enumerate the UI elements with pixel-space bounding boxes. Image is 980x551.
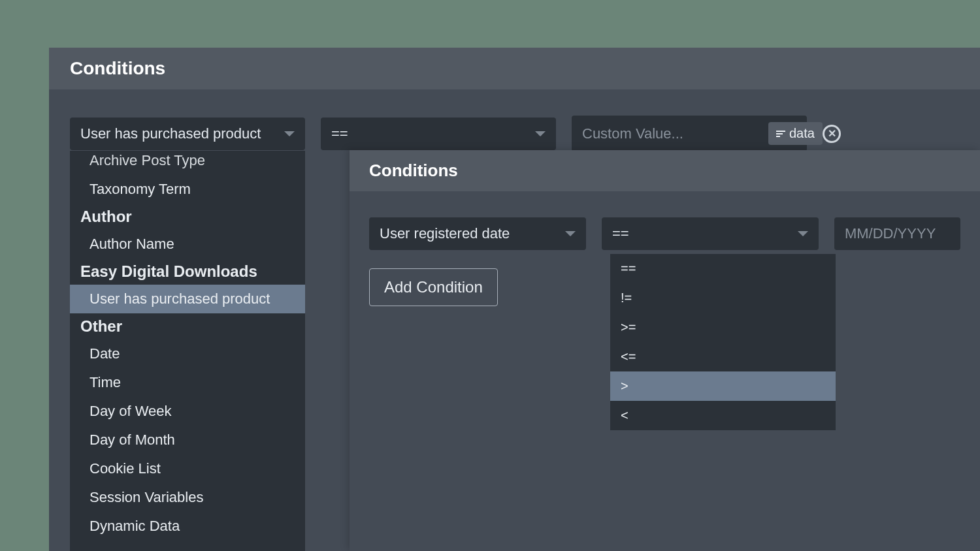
dropdown-item[interactable]: Dynamic Data [70,512,305,541]
date-input[interactable]: MM/DD/YYYY [834,217,960,250]
dropdown-item[interactable]: Taxonomy Term [70,175,305,204]
operator-option[interactable]: <= [610,342,836,371]
data-button[interactable]: data [768,122,823,145]
operator-select-value: == [612,225,629,242]
operator-select[interactable]: == [602,217,819,250]
dropdown-item[interactable]: User has purchased product [70,285,305,313]
dropdown-item[interactable]: Archive Post Type [70,151,305,175]
condition-row: User has purchased product == data ✕ [70,116,959,151]
condition-row: User registered date == MM/DD/YYYY [369,217,960,250]
dropdown-item[interactable]: Time [70,368,305,397]
operator-select[interactable]: == [321,118,556,150]
dropdown-group-header: Other [70,313,305,339]
operator-option[interactable]: == [610,254,836,283]
data-button-label: data [789,126,815,141]
operator-option[interactable]: != [610,283,836,313]
chevron-down-icon [535,131,546,136]
panel-title: Conditions [369,161,960,181]
dropdown-item[interactable]: Cookie List [70,454,305,483]
operator-option[interactable]: > [610,371,836,401]
dropdown-group-header: Easy Digital Downloads [70,259,305,285]
value-input-wrap: data [572,116,807,151]
field-select[interactable]: User registered date [369,217,586,250]
chevron-down-icon [284,131,295,136]
add-condition-button[interactable]: Add Condition [369,268,498,306]
field-select[interactable]: User has purchased product [70,118,305,150]
dropdown-item[interactable]: Date [70,339,305,368]
panel-header: Conditions [350,150,980,191]
add-condition-label: Add Condition [384,278,483,296]
chevron-down-icon [798,231,808,236]
field-select-value: User has purchased product [80,125,261,142]
panel-body: User registered date == MM/DD/YYYY Add C… [350,191,980,332]
dropdown-item[interactable]: Day of Month [70,426,305,454]
date-placeholder: MM/DD/YYYY [845,225,936,242]
dropdown-item[interactable]: Author Name [70,230,305,259]
conditions-panel-front: Conditions User registered date == MM/DD… [350,150,980,551]
custom-value-input[interactable] [582,125,762,142]
operator-option[interactable]: < [610,401,836,430]
dropdown-group-header: Author [70,204,305,230]
dropdown-item[interactable]: Day of Week [70,397,305,426]
remove-condition-button[interactable]: ✕ [823,125,841,143]
data-icon [776,131,785,137]
panel-title: Conditions [70,58,959,79]
operator-select-value: == [331,125,348,142]
chevron-down-icon [565,231,576,236]
field-select-value: User registered date [380,225,510,242]
operator-option[interactable]: >= [610,313,836,342]
operator-dropdown: == != >= <= > < [610,254,836,430]
dropdown-item[interactable]: Session Variables [70,483,305,512]
panel-header: Conditions [49,48,980,89]
close-icon: ✕ [828,127,836,140]
field-dropdown: Archive Post Type Taxonomy Term Author A… [70,151,305,551]
